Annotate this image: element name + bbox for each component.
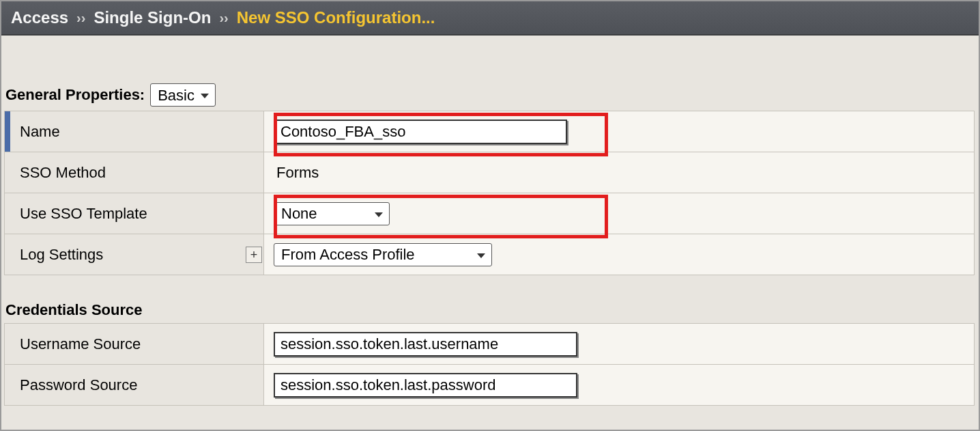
credentials-source-label: Credentials Source [5,301,143,319]
value-log: From Access Profile [264,234,975,275]
log-expand-button[interactable]: + [246,247,262,263]
label-name: Name [5,111,264,152]
credentials-source-header: Credentials Source [5,301,979,319]
value-username [264,324,975,365]
value-name [264,111,975,152]
breadcrumb-current: New SSO Configuration... [237,8,435,27]
label-template: Use SSO Template [5,193,264,234]
value-method: Forms [264,152,975,193]
log-select[interactable]: From Access Profile [274,243,492,266]
view-mode-select-wrap: Basic [150,83,216,107]
value-template: None [264,193,975,234]
view-mode-select[interactable]: Basic [150,83,216,107]
template-select[interactable]: None [274,202,390,225]
breadcrumb: Access ›› Single Sign-On ›› New SSO Conf… [1,1,979,36]
config-frame: Access ›› Single Sign-On ›› New SSO Conf… [0,0,980,431]
password-source-input[interactable] [274,373,577,398]
row-template: Use SSO Template None [5,193,975,234]
name-input[interactable] [274,120,567,144]
value-password [264,365,975,406]
breadcrumb-separator-icon: ›› [219,10,228,26]
template-select-wrap: None [274,202,390,225]
row-log: Log Settings + From Access Profile [5,234,975,275]
label-log: Log Settings + [5,234,264,275]
label-method: SSO Method [5,152,264,193]
row-username: Username Source [5,324,975,365]
username-source-input[interactable] [274,332,577,357]
label-username: Username Source [5,324,264,365]
label-password: Password Source [5,365,264,406]
log-select-wrap: From Access Profile [274,243,492,266]
row-name: Name [5,111,975,152]
method-text: Forms [274,164,319,182]
breadcrumb-sso[interactable]: Single Sign-On [93,8,211,27]
row-method: SSO Method Forms [5,152,975,193]
row-password: Password Source [5,365,975,406]
general-properties-table: Name SSO Method Forms Use SSO Template [4,111,975,275]
breadcrumb-separator-icon: ›› [76,10,85,26]
general-properties-label: General Properties: [5,86,145,104]
breadcrumb-access[interactable]: Access [11,8,68,27]
credentials-table: Username Source Password Source [4,323,975,406]
general-properties-header: General Properties: Basic [5,83,979,107]
